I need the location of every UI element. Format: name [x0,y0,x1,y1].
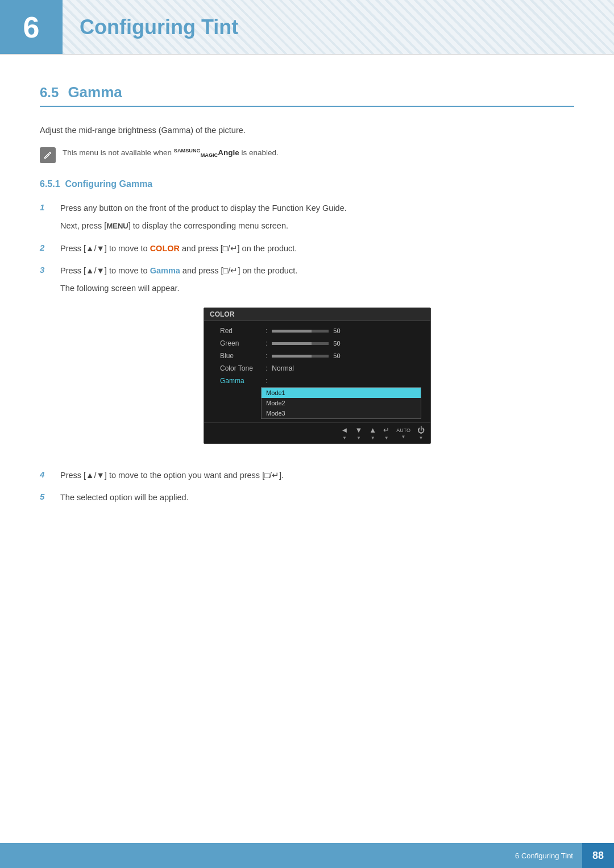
red-label: Red [220,327,265,335]
step-2-number: 2 [40,242,51,252]
step-2-content: Press [▲/▼] to move to COLOR and press [… [60,242,574,255]
step-2: 2 Press [▲/▼] to move to COLOR and press… [40,242,574,255]
step-3-content: Press [▲/▼] to move to Gamma and press [… [60,264,574,460]
magic-label: SAMSUNGMAGIC [174,149,218,156]
blue-bar [272,355,329,358]
step-4: 4 Press [▲/▼] to move to the option you … [40,469,574,482]
screen-icon-enter: ↵ ▼ [383,426,389,441]
dropdown-mode3: Mode3 [262,408,421,418]
enter-icon-label: ▼ [384,435,389,441]
gamma-label: Gamma [220,377,265,385]
step-4-number: 4 [40,469,51,479]
angle-label: Angle [218,148,239,157]
chapter-number: 6 [0,0,63,54]
blue-bar-fill [272,355,312,358]
step-1-number: 1 [40,202,51,212]
screen-row-green: Green : 50 [204,337,430,350]
step-3-subtext: The following screen will appear. [60,282,574,295]
dropdown-mode1: Mode1 [262,388,421,398]
note-icon [40,147,56,163]
screen-header: COLOR [204,308,430,321]
step-5-content: The selected option will be applied. [60,491,574,504]
step-3: 3 Press [▲/▼] to move to Gamma and press… [40,264,574,460]
footer-page-number: 88 [582,843,614,868]
step-4-content: Press [▲/▼] to move to the option you wa… [60,469,574,482]
section-number: 6.5 [40,85,59,101]
screen-icon-up: ▲ ▼ [369,426,376,441]
red-value: 50 [333,327,345,334]
note-text: This menu is not available when SAMSUNGM… [63,147,279,160]
step-3-number: 3 [40,264,51,275]
step-1-subtext: Next, press [MENU] to display the corres… [60,219,574,232]
screen-mockup: COLOR Red : 50 [204,308,431,444]
chapter-header: 6 Configuring Tint [0,0,614,55]
chapter-header-bg: Configuring Tint [63,0,614,54]
note-box: This menu is not available when SAMSUNGM… [40,147,574,163]
pencil-icon [43,151,52,160]
colortone-label: Color Tone [220,364,265,372]
screen-container: COLOR Red : 50 [60,308,574,444]
green-bar-container: 50 [272,340,345,347]
subsection-number: 6.5.1 [40,179,65,189]
screen-row-red: Red : 50 [204,325,430,337]
screen-icon-auto: AUTO ▼ [396,427,410,439]
main-content: 6.5 Gamma Adjust the mid-range brightnes… [0,78,614,559]
page-footer: 6 Configuring Tint 88 [0,843,614,868]
step-1: 1 Press any button on the front of the p… [40,202,574,232]
step-4-text: Press [▲/▼] to move to the option you wa… [60,469,574,482]
screen-bottom: ◄ ▼ ▼ ▼ ▲ ▼ ↵ [204,422,430,443]
dropdown-mode2: Mode2 [262,398,421,408]
green-bar [272,342,329,345]
green-bar-fill [272,342,312,345]
left-icon-label: ▼ [342,435,347,441]
down-icon-label: ▼ [356,435,361,441]
step-1-content: Press any button on the front of the pro… [60,202,574,232]
enter-icon-symbol: ↵ [383,426,389,434]
auto-icon-symbol: AUTO [396,427,410,433]
chapter-title: Configuring Tint [80,15,238,39]
power-icon-label: ▼ [419,435,424,441]
blue-value: 50 [333,352,345,359]
section-heading: 6.5 Gamma [40,84,574,107]
footer-text: 6 Configuring Tint [515,852,582,860]
green-value: 50 [333,340,345,347]
up-icon-symbol: ▲ [369,426,376,434]
screen-icon-power: ⏻ ▼ [417,426,425,441]
power-icon-symbol: ⏻ [417,426,425,434]
green-label: Green [220,339,265,347]
gamma-highlight: Gamma [150,266,180,275]
screen-row-colortone: Color Tone : Normal [204,362,430,375]
blue-label: Blue [220,352,265,360]
blue-bar-container: 50 [272,352,345,359]
color-highlight: COLOR [150,244,180,253]
screen-icon-left: ◄ ▼ [341,426,349,441]
screen-icon-down: ▼ ▼ [355,426,362,441]
section-title: Gamma [68,84,122,101]
steps-list: 1 Press any button on the front of the p… [40,202,574,504]
down-icon-symbol: ▼ [355,426,362,434]
left-icon-symbol: ◄ [341,426,349,434]
red-bar-container: 50 [272,327,345,334]
up-icon-label: ▼ [371,435,375,441]
step-2-text: Press [▲/▼] to move to COLOR and press [… [60,242,574,255]
screen-dropdown: Mode1 Mode2 Mode3 [261,387,421,419]
screen-row-blue: Blue : 50 [204,350,430,362]
subsection-heading: 6.5.1 Configuring Gamma [40,179,574,189]
auto-icon-label: ▼ [401,434,406,439]
screen-menu: Red : 50 Gre [204,321,430,422]
intro-text: Adjust the mid-range brightness (Gamma) … [40,124,574,137]
step-1-text: Press any button on the front of the pro… [60,202,574,215]
step-5: 5 The selected option will be applied. [40,491,574,504]
colortone-value: Normal [272,364,294,372]
screen-row-gamma: Gamma : [204,375,430,387]
red-bar-fill [272,330,312,333]
red-bar [272,330,329,333]
step-5-number: 5 [40,491,51,501]
step-5-text: The selected option will be applied. [60,491,574,504]
step-3-text: Press [▲/▼] to move to Gamma and press [… [60,264,574,277]
subsection-title: Configuring Gamma [65,179,152,189]
